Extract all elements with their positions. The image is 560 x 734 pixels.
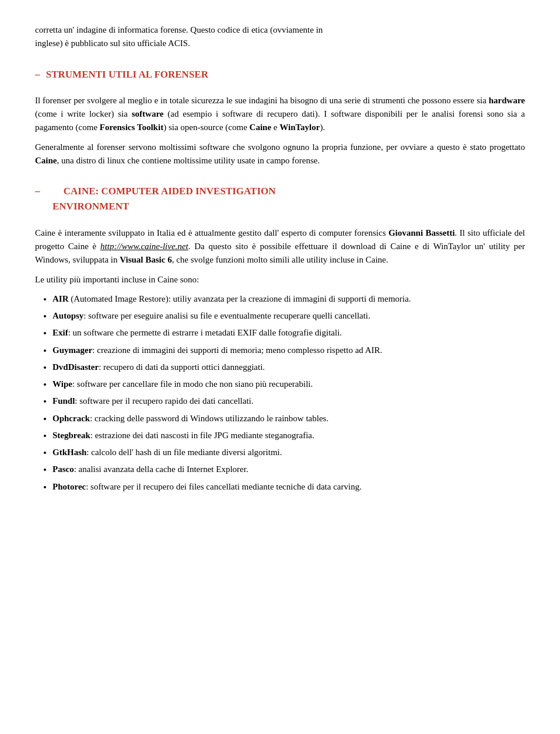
section1-caine: Caine bbox=[250, 123, 272, 132]
bullet-bold-5: Wipe bbox=[52, 379, 72, 389]
section1-para1: Il forenser per svolgere al meglio e in … bbox=[35, 94, 525, 135]
list-item: Fundl: software per il recupero rapido d… bbox=[52, 394, 525, 408]
list-item: Exif: un software che permette di estrar… bbox=[52, 326, 525, 340]
section2-dash: – bbox=[35, 186, 40, 197]
section1-heading-block: – STRUMENTI UTILI AL FORENSER bbox=[35, 67, 525, 82]
section2-heading-line2: ENVIRONMENT bbox=[52, 201, 129, 212]
section1-para1-mid: (come i write locker) sia bbox=[35, 109, 132, 118]
intro-paragraph: corretta un' indagine di informatica for… bbox=[35, 23, 525, 51]
section2-heading-block: – CAINE: COMPUTER AIDED INVESTIGATION EN… bbox=[35, 184, 525, 215]
bullet-text-11: : software per il recupero dei files can… bbox=[86, 482, 362, 491]
section1-heading-text: STRUMENTI UTILI AL FORENSER bbox=[46, 69, 208, 80]
bullet-text-4: : recupero di dati da supporti ottici da… bbox=[99, 362, 265, 372]
section1-caine2: Caine bbox=[35, 156, 57, 165]
section2-para1-end3: , che svolge funzioni molto simili alle … bbox=[172, 255, 388, 264]
section2-link[interactable]: http://www.caine-live.net bbox=[100, 242, 188, 251]
bullet-text-2: : un software che permette di estrarre i… bbox=[68, 328, 342, 337]
bullet-bold-3: Guymager bbox=[52, 345, 92, 355]
list-item: Autopsy: software per eseguire analisi s… bbox=[52, 309, 525, 323]
bullet-text-3: : creazione di immagini dei supporti di … bbox=[92, 345, 382, 355]
bullet-bold-11: Photorec bbox=[52, 482, 86, 491]
section1-para1-start: Il forenser per svolgere al meglio e in … bbox=[35, 96, 489, 105]
section2-para2: Le utility più importanti incluse in Cai… bbox=[35, 273, 525, 286]
section1-software: software bbox=[132, 109, 164, 118]
section2-vb6: Visual Basic 6 bbox=[120, 255, 172, 264]
bullet-text-8: : estrazione dei dati nascosti in file J… bbox=[90, 431, 314, 440]
section1-dash: – bbox=[35, 69, 40, 80]
section2-giovanni: Giovanni Bassetti bbox=[388, 228, 455, 237]
section1-para2: Generalmente al forenser servono moltiss… bbox=[35, 141, 525, 168]
bullet-bold-2: Exif bbox=[52, 328, 68, 337]
intro-line2: inglese) è pubblicato sul sito ufficiale… bbox=[35, 39, 190, 48]
section1-para1-end3: e bbox=[271, 123, 279, 132]
section2-para1-start: Caine è interamente sviluppato in Italia… bbox=[35, 228, 388, 237]
list-item: GtkHash: calcolo dell' hash di un file m… bbox=[52, 446, 525, 459]
bullet-bold-9: GtkHash bbox=[52, 448, 86, 457]
section2-heading-dash: – bbox=[35, 186, 46, 197]
bullet-text-1: : software per eseguire analisi su file … bbox=[83, 311, 370, 320]
list-item: Photorec: software per il recupero dei f… bbox=[52, 480, 525, 494]
section1-wintaylor: WinTaylor bbox=[279, 123, 320, 132]
bullet-bold-1: Autopsy bbox=[52, 311, 83, 320]
section-strumenti: – STRUMENTI UTILI AL FORENSER Il forense… bbox=[35, 67, 525, 168]
section2-para2-text: Le utility più importanti incluse in Cai… bbox=[35, 275, 199, 284]
list-item: Wipe: software per cancellare file in mo… bbox=[52, 378, 525, 391]
list-item: DvdDisaster: recupero di dati da support… bbox=[52, 361, 525, 374]
section1-hardware: hardware bbox=[489, 96, 525, 105]
bullet-text-9: : calcolo dell' hash di un file mediante… bbox=[86, 448, 282, 457]
bullet-bold-10: Pasco bbox=[52, 464, 74, 474]
list-item: Guymager: creazione di immagini dei supp… bbox=[52, 344, 525, 357]
bullet-text-5: : software per cancellare file in modo c… bbox=[72, 379, 313, 389]
section2-heading-line1: CAINE: COMPUTER AIDED INVESTIGATION bbox=[64, 186, 276, 197]
bullet-bold-6: Fundl bbox=[52, 396, 75, 406]
list-item: Ophcrack: cracking delle password di Win… bbox=[52, 412, 525, 425]
bullet-bold-8: Stegbreak bbox=[52, 431, 90, 440]
bullet-text-6: : software per il recupero rapido dei da… bbox=[75, 396, 253, 406]
list-item: Stegbreak: estrazione dei dati nascosti … bbox=[52, 429, 525, 442]
section2-para1: Caine è interamente sviluppato in Italia… bbox=[35, 226, 525, 267]
section1-para1-end2: ) sia open-source (come bbox=[163, 123, 249, 132]
bullet-bold-4: DvdDisaster bbox=[52, 362, 99, 372]
list-item: Pasco: analisi avanzata della cache di I… bbox=[52, 463, 525, 476]
section1-para1-close: ). bbox=[320, 123, 325, 132]
section1-heading: – STRUMENTI UTILI AL FORENSER bbox=[35, 69, 208, 80]
bullet-text-0: (Automated Image Restore): utiliy avanza… bbox=[69, 294, 411, 303]
section1-para2-end: , una distro di linux che contiene molti… bbox=[57, 156, 320, 165]
bullet-text-10: : analisi avanzata della cache di Intern… bbox=[74, 464, 249, 474]
section1-forensics-toolkit: Forensics Toolkit bbox=[100, 123, 163, 132]
caine-utilities-list: AIR (Automated Image Restore): utiliy av… bbox=[52, 292, 525, 494]
section-caine: – CAINE: COMPUTER AIDED INVESTIGATION EN… bbox=[35, 184, 525, 494]
section1-para2-start: Generalmente al forenser servono moltiss… bbox=[35, 142, 525, 152]
intro-line1: corretta un' indagine di informatica for… bbox=[35, 25, 323, 34]
list-item: AIR (Automated Image Restore): utiliy av… bbox=[52, 292, 525, 306]
bullet-bold-7: Ophcrack bbox=[52, 414, 90, 423]
bullet-text-7: : cracking delle password di Windows uti… bbox=[90, 414, 328, 423]
bullet-bold-0: AIR bbox=[52, 294, 69, 303]
